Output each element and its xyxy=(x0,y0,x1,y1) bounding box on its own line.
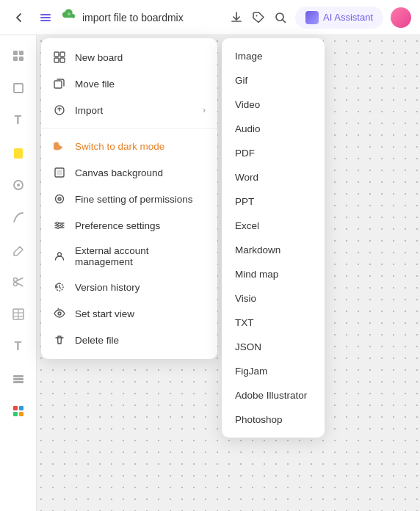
sidebar-item-scissors[interactable] xyxy=(5,269,32,295)
menu-label-permissions: Fine setting of permissions xyxy=(75,194,193,205)
search-icon[interactable] xyxy=(273,10,288,25)
submenu-item-ai[interactable]: Adobe Illustrator xyxy=(222,383,325,407)
sidebar-item-frames[interactable] xyxy=(5,75,32,101)
back-button[interactable] xyxy=(9,7,29,28)
menu-item-dark-mode[interactable]: Switch to dark mode xyxy=(41,133,217,159)
svg-rect-7 xyxy=(19,51,23,55)
svg-point-13 xyxy=(17,184,20,186)
svg-point-37 xyxy=(57,222,59,225)
svg-point-41 xyxy=(58,312,61,315)
menu-label-canvas-bg: Canvas background xyxy=(75,167,163,178)
submenu-item-photoshop[interactable]: Photoshop xyxy=(222,407,325,432)
svg-point-38 xyxy=(61,225,63,227)
svg-rect-26 xyxy=(19,412,23,416)
account-icon xyxy=(53,250,66,263)
canvas-bg-icon xyxy=(53,166,66,179)
download-icon[interactable] xyxy=(229,10,244,25)
sidebar-item-pages[interactable] xyxy=(5,43,32,69)
sidebar-item-cards[interactable] xyxy=(5,366,32,392)
submenu-item-gif[interactable]: Gif xyxy=(222,68,325,93)
submenu-item-figjam[interactable]: FigJam xyxy=(222,359,325,383)
sidebar-item-pen[interactable] xyxy=(5,236,32,263)
menu-item-move-file[interactable]: Move file xyxy=(41,70,217,97)
version-icon xyxy=(53,280,66,294)
svg-rect-9 xyxy=(19,57,23,61)
sidebar-item-notes[interactable] xyxy=(5,139,32,166)
import-icon xyxy=(53,104,66,117)
submenu-item-word[interactable]: Word xyxy=(222,165,325,189)
svg-rect-27 xyxy=(54,52,59,57)
svg-rect-23 xyxy=(13,406,18,410)
svg-rect-6 xyxy=(13,51,18,55)
svg-rect-22 xyxy=(13,381,23,383)
svg-rect-28 xyxy=(60,52,65,57)
svg-rect-21 xyxy=(13,378,23,380)
menu-label-start-view: Set start view xyxy=(75,308,134,319)
sidebar-item-text2[interactable]: T xyxy=(5,333,32,360)
start-view-icon xyxy=(53,307,66,320)
ai-assistant-label: AI Assistant xyxy=(323,12,373,23)
submenu-item-mindmap[interactable]: Mind map xyxy=(222,262,325,286)
svg-point-3 xyxy=(68,12,70,15)
toolbar: import file to boardmix AI Assistant xyxy=(0,0,420,35)
svg-rect-24 xyxy=(19,406,23,410)
menu-item-import[interactable]: Import › xyxy=(41,97,217,123)
submenu-item-json[interactable]: JSON xyxy=(222,335,325,359)
menu-button[interactable] xyxy=(35,7,56,28)
submenu-item-image[interactable]: Image xyxy=(222,44,325,68)
import-chevron-icon: › xyxy=(203,105,206,115)
submenu-item-pdf[interactable]: PDF xyxy=(222,141,325,165)
svg-point-39 xyxy=(57,227,59,229)
menu-label-dark-mode: Switch to dark mode xyxy=(75,141,164,152)
svg-rect-25 xyxy=(13,412,18,416)
sidebar-item-widgets[interactable] xyxy=(5,172,32,198)
sidebar-item-colors[interactable] xyxy=(5,398,32,424)
submenu-item-txt[interactable]: TXT xyxy=(222,311,325,335)
sidebar-item-text[interactable]: T xyxy=(5,107,32,134)
svg-rect-10 xyxy=(14,84,23,93)
submenu-item-visio[interactable]: Visio xyxy=(222,286,325,311)
menu-label-preference: Preference settings xyxy=(75,220,160,231)
svg-rect-8 xyxy=(13,57,18,61)
svg-rect-29 xyxy=(54,58,59,62)
menu-label-delete: Delete file xyxy=(75,335,119,346)
svg-line-42 xyxy=(58,308,59,309)
menu-label-version: Version history xyxy=(75,282,140,293)
menu-item-canvas-bg[interactable]: Canvas background xyxy=(41,159,217,186)
svg-rect-0 xyxy=(40,14,51,15)
menu-item-preference[interactable]: Preference settings xyxy=(41,212,217,239)
ai-logo-icon xyxy=(305,11,319,24)
menu-item-permissions[interactable]: Fine setting of permissions xyxy=(41,186,217,212)
submenu-item-markdown[interactable]: Markdown xyxy=(222,238,325,262)
submenu-item-ppt[interactable]: PPT xyxy=(222,189,325,214)
menu-label-new-board: New board xyxy=(75,52,123,63)
submenu-item-video[interactable]: Video xyxy=(222,93,325,117)
menu-item-account[interactable]: External account management xyxy=(41,239,217,274)
toolbar-title: import file to boardmix xyxy=(82,12,184,23)
menu-item-version[interactable]: Version history xyxy=(41,274,217,300)
main-dropdown-menu: New board Move file Import › Switch xyxy=(41,38,217,359)
tag-icon[interactable] xyxy=(251,10,266,25)
submenu-item-excel[interactable]: Excel xyxy=(222,214,325,238)
new-board-icon xyxy=(53,51,66,64)
menu-divider-1 xyxy=(41,128,217,128)
menu-item-start-view[interactable]: Set start view xyxy=(41,300,217,327)
move-file-icon xyxy=(53,77,66,90)
delete-icon xyxy=(53,333,66,347)
toolbar-actions: AI Assistant xyxy=(229,7,411,29)
svg-rect-31 xyxy=(54,81,62,88)
svg-point-36 xyxy=(59,198,60,200)
menu-label-move-file: Move file xyxy=(75,79,115,90)
left-sidebar: T T xyxy=(0,35,37,511)
svg-rect-33 xyxy=(57,170,62,175)
menu-item-delete[interactable]: Delete file xyxy=(41,327,217,353)
ai-assistant-button[interactable]: AI Assistant xyxy=(295,7,383,29)
menu-item-new-board[interactable]: New board xyxy=(41,44,217,70)
svg-point-40 xyxy=(58,253,62,256)
sidebar-item-table[interactable] xyxy=(5,301,32,327)
sidebar-item-curve[interactable] xyxy=(5,204,32,231)
import-submenu: ImageGifVideoAudioPDFWordPPTExcelMarkdow… xyxy=(222,38,325,438)
cloud-icon xyxy=(62,8,76,26)
submenu-item-audio[interactable]: Audio xyxy=(222,117,325,141)
user-avatar[interactable] xyxy=(391,7,411,28)
